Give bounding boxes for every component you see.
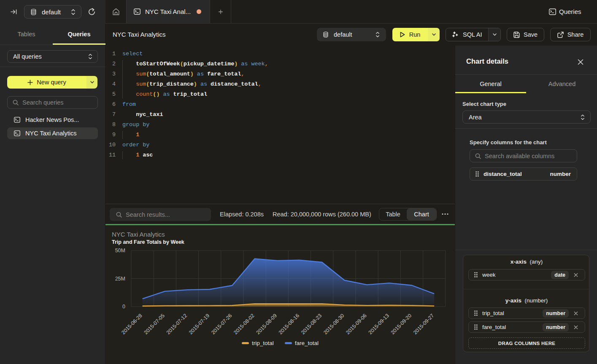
svg-text:2015-08-16: 2015-08-16 <box>278 313 300 335</box>
svg-text:2015-08-30: 2015-08-30 <box>322 313 345 335</box>
svg-text:50M: 50M <box>115 248 125 253</box>
svg-text:2015-09-27: 2015-09-27 <box>412 313 435 335</box>
svg-text:2015-07-19: 2015-07-19 <box>188 313 211 335</box>
svg-text:2015-06-28: 2015-06-28 <box>120 313 143 335</box>
svg-text:0: 0 <box>122 304 125 310</box>
svg-text:2015-08-09: 2015-08-09 <box>255 313 278 335</box>
svg-text:2015-07-05: 2015-07-05 <box>143 313 166 335</box>
svg-text:2015-07-26: 2015-07-26 <box>210 313 233 335</box>
svg-text:2015-08-02: 2015-08-02 <box>232 313 255 335</box>
svg-text:2015-09-06: 2015-09-06 <box>345 313 367 335</box>
svg-text:25M: 25M <box>115 276 125 282</box>
svg-text:2015-09-13: 2015-09-13 <box>367 313 390 335</box>
svg-text:2015-09-20: 2015-09-20 <box>390 313 413 335</box>
svg-text:2015-07-12: 2015-07-12 <box>165 313 188 335</box>
svg-text:2015-08-23: 2015-08-23 <box>300 313 323 335</box>
